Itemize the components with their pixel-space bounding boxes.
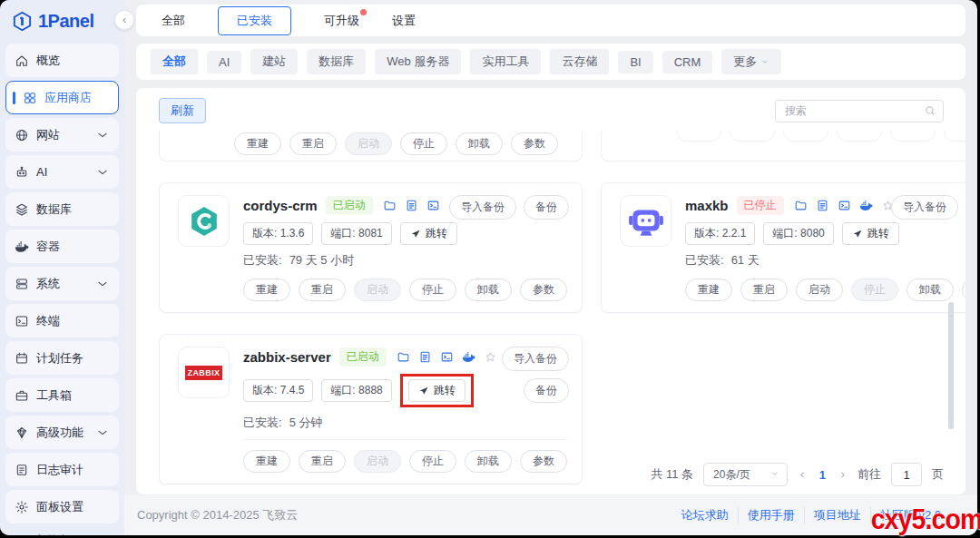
- cut-off-button[interactable]: [890, 131, 936, 142]
- cut-off-button[interactable]: [944, 131, 965, 142]
- category-tools[interactable]: 实用工具: [470, 49, 541, 74]
- category-database[interactable]: 数据库: [307, 49, 366, 74]
- sidebar-item-system[interactable]: 系统: [5, 267, 119, 300]
- category-web-server[interactable]: Web 服务器: [375, 49, 461, 74]
- chevron-down-icon: [95, 165, 110, 180]
- jump-button[interactable]: 跳转: [842, 222, 899, 245]
- rebuild-button[interactable]: 重建: [243, 450, 290, 473]
- stop-button[interactable]: 停止: [851, 279, 898, 301]
- rebuild-button[interactable]: 重建: [685, 279, 732, 301]
- cut-off-button[interactable]: [783, 131, 828, 142]
- category-ai[interactable]: AI: [207, 51, 241, 73]
- import-backup-button[interactable]: 导入备份: [449, 195, 516, 220]
- cut-off-button[interactable]: [837, 131, 882, 142]
- backup-button[interactable]: 备份: [524, 378, 569, 403]
- params-button[interactable]: 参数: [520, 450, 567, 473]
- restart-button[interactable]: 重启: [740, 279, 788, 301]
- uninstall-button[interactable]: 卸载: [465, 279, 512, 301]
- params-button[interactable]: 参数: [962, 279, 965, 301]
- rebuild-button[interactable]: 重建: [234, 132, 281, 155]
- folder-icon[interactable]: [383, 199, 397, 212]
- docker-icon[interactable]: [462, 350, 475, 364]
- stop-button[interactable]: 停止: [409, 450, 456, 473]
- status-badge: 已启动: [326, 196, 373, 215]
- sidebar-item-container[interactable]: 容器: [5, 230, 119, 263]
- sidebar-item-overview[interactable]: 概览: [5, 44, 119, 77]
- log-file-icon[interactable]: [816, 199, 829, 212]
- sidebar-item-logs[interactable]: 日志审计: [5, 453, 119, 486]
- tab-installed[interactable]: 已安装: [218, 6, 291, 35]
- sidebar-item-label: 工具箱: [36, 387, 72, 404]
- sidebar-item-toolbox[interactable]: 工具箱: [5, 378, 119, 412]
- log-file-icon[interactable]: [405, 199, 418, 212]
- sidebar-item-cronjob[interactable]: 计划任务: [5, 341, 119, 375]
- category-website[interactable]: 建站: [250, 49, 298, 74]
- stop-button[interactable]: 停止: [400, 132, 447, 155]
- category-more-dropdown[interactable]: 更多: [721, 49, 781, 74]
- page-size-select[interactable]: 20条/页: [703, 463, 788, 486]
- start-button[interactable]: 启动: [354, 450, 401, 473]
- logo[interactable]: 1Panel: [0, 0, 124, 41]
- uninstall-button[interactable]: 卸载: [465, 450, 512, 473]
- params-button[interactable]: 参数: [520, 279, 567, 301]
- rebuild-button[interactable]: 重建: [243, 279, 290, 301]
- folder-icon[interactable]: [397, 350, 410, 364]
- send-icon: [418, 386, 429, 396]
- log-file-icon[interactable]: [418, 350, 432, 364]
- next-page-button[interactable]: [838, 470, 848, 480]
- sidebar-item-ai[interactable]: AI: [5, 155, 119, 189]
- forum-help-link[interactable]: 论坛求助: [672, 507, 738, 523]
- tab-upgradable[interactable]: 可升级: [324, 13, 359, 29]
- favorite-star-icon[interactable]: [484, 350, 497, 364]
- globe-icon: [15, 128, 29, 142]
- category-all[interactable]: 全部: [151, 49, 198, 74]
- robot-icon: [15, 165, 29, 180]
- start-button[interactable]: 启动: [796, 279, 843, 301]
- sidebar-item-master-node[interactable]: 主节点: [0, 523, 124, 535]
- sidebar-item-website[interactable]: 网站: [5, 118, 119, 152]
- stop-button[interactable]: 停止: [409, 279, 456, 301]
- restart-button[interactable]: 重启: [299, 450, 346, 473]
- cut-off-button[interactable]: [730, 131, 775, 142]
- sidebar-item-database[interactable]: 数据库: [5, 192, 119, 226]
- user-manual-link[interactable]: 使用手册: [738, 507, 804, 523]
- prev-page-button[interactable]: [798, 470, 808, 480]
- sidebar-item-app-store[interactable]: 应用商店: [5, 81, 119, 114]
- jump-button[interactable]: 跳转: [400, 222, 457, 245]
- tab-all[interactable]: 全部: [162, 13, 185, 29]
- uninstall-button[interactable]: 卸载: [456, 132, 503, 155]
- folder-icon[interactable]: [794, 199, 808, 212]
- search-input[interactable]: [775, 100, 944, 122]
- category-bi[interactable]: BI: [618, 51, 652, 73]
- category-cloud-storage[interactable]: 云存储: [550, 49, 609, 74]
- current-page[interactable]: 1: [818, 468, 828, 482]
- terminal-window-icon[interactable]: [838, 199, 851, 212]
- sidebar-collapse-button[interactable]: ‹: [114, 10, 134, 30]
- restart-button[interactable]: 重启: [289, 132, 337, 155]
- terminal-window-icon[interactable]: [426, 199, 440, 212]
- import-backup-button[interactable]: 导入备份: [891, 195, 958, 220]
- highlight-box: 跳转: [400, 374, 474, 407]
- sidebar-item-terminal[interactable]: 终端: [5, 304, 119, 337]
- terminal-window-icon[interactable]: [440, 350, 454, 364]
- version-tag: 版本: 1.3.6: [243, 222, 313, 245]
- goto-page-input[interactable]: [891, 463, 922, 486]
- tab-settings[interactable]: 设置: [392, 13, 416, 29]
- category-crm[interactable]: CRM: [662, 51, 713, 73]
- restart-button[interactable]: 重启: [299, 279, 346, 301]
- sidebar-item-advanced[interactable]: 高级功能: [5, 416, 119, 449]
- project-repo-link[interactable]: 项目地址: [804, 507, 870, 523]
- uninstall-button[interactable]: 卸载: [906, 279, 954, 301]
- search-icon: [924, 104, 936, 117]
- start-button[interactable]: 启动: [354, 279, 401, 301]
- docker-icon[interactable]: [859, 199, 873, 212]
- jump-button[interactable]: 跳转: [408, 379, 466, 402]
- sidebar-item-settings[interactable]: 面板设置: [5, 490, 119, 523]
- backup-button[interactable]: 备份: [524, 195, 569, 220]
- vertical-scrollbar[interactable]: [948, 302, 954, 429]
- cut-off-button[interactable]: [676, 131, 721, 142]
- import-backup-button[interactable]: 导入备份: [502, 347, 569, 371]
- start-button[interactable]: 启动: [345, 132, 392, 155]
- refresh-button[interactable]: 刷新: [159, 98, 206, 123]
- params-button[interactable]: 参数: [511, 132, 558, 155]
